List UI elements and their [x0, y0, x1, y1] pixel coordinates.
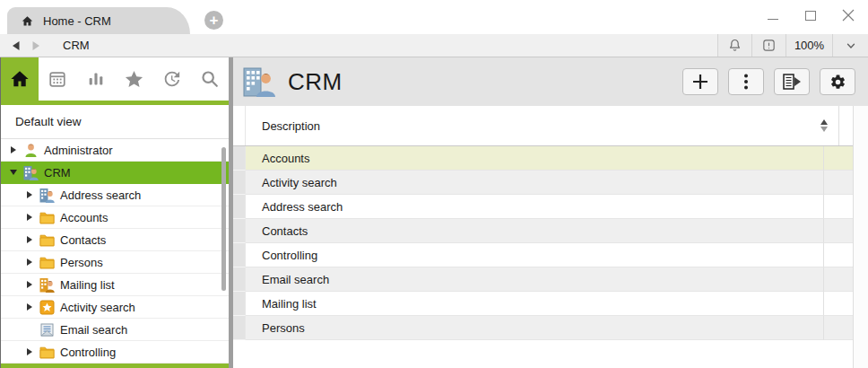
forward-button[interactable] [30, 39, 43, 52]
sidebar-tab-chart[interactable] [77, 57, 115, 101]
row-tail-cell [824, 171, 853, 195]
view-label: Default view [1, 105, 229, 139]
alerts-button[interactable] [751, 34, 786, 57]
content-area: Default view AdministratorCRMAddress sea… [0, 57, 868, 368]
history-icon [161, 69, 181, 89]
row-description-cell: Accounts [246, 146, 824, 171]
row-gutter [233, 292, 246, 316]
tree-item-label: Address search [60, 188, 141, 202]
add-button[interactable] [682, 68, 718, 95]
crm-icon [23, 165, 39, 180]
row-tail-cell [824, 195, 853, 219]
report-icon [783, 74, 802, 90]
table-rows: AccountsActivity searchAddress searchCon… [233, 146, 868, 340]
mailing-list-icon [39, 277, 55, 293]
new-tab-button[interactable]: + [204, 11, 223, 30]
tree-item-accounts[interactable]: Accounts [1, 206, 229, 229]
back-button[interactable] [11, 39, 23, 52]
tab-title: Home - CRM [43, 14, 111, 28]
row-description-cell: Activity search [246, 171, 824, 195]
plus-icon: + [210, 13, 219, 28]
search-icon [200, 69, 220, 89]
alert-icon [761, 38, 777, 53]
tree-item-address-search[interactable]: Address search [1, 184, 229, 206]
tree-item-label: CRM [44, 166, 71, 180]
window-controls [766, 4, 855, 27]
expand-arrow-icon[interactable] [24, 236, 34, 243]
tree-item-label: Email search [60, 323, 127, 337]
sort-icon[interactable] [820, 119, 828, 132]
tree-item-activity-search[interactable]: Activity search [1, 296, 229, 319]
sidebar-tab-home[interactable] [1, 57, 39, 101]
bell-icon [727, 38, 742, 53]
notifications-button[interactable] [717, 34, 751, 57]
expand-arrow-icon[interactable] [24, 303, 34, 311]
app-window: Home - CRM + CRM [0, 0, 868, 368]
table-row-controlling[interactable]: Controlling [233, 243, 868, 267]
tree-item-controlling[interactable]: Controlling [1, 341, 229, 364]
sidebar-tab-calendar[interactable] [39, 57, 76, 101]
sidebar: Default view AdministratorCRMAddress sea… [1, 57, 229, 368]
folder-icon [39, 210, 55, 225]
table-scrollbar-track[interactable] [853, 106, 868, 368]
close-icon [842, 9, 855, 22]
minimize-button[interactable] [766, 8, 780, 22]
row-tail-cell [824, 146, 853, 171]
sidebar-scrollbar[interactable] [221, 147, 226, 291]
maximize-icon [805, 11, 816, 21]
close-button[interactable] [841, 8, 855, 22]
settings-button[interactable] [820, 68, 855, 95]
tree-item-persons[interactable]: Persons [1, 251, 229, 274]
table-row-persons[interactable]: Persons [233, 316, 868, 340]
column-header-description[interactable]: Description [246, 106, 839, 145]
tree-item-label: Controlling [60, 346, 116, 359]
sidebar-tab-search[interactable] [191, 57, 229, 101]
expand-arrow-icon[interactable] [8, 170, 18, 175]
row-gutter [233, 171, 246, 195]
zoom-menu-button[interactable] [832, 34, 868, 57]
table-row-mailing-list[interactable]: Mailing list [233, 292, 868, 316]
table-row-accounts[interactable]: Accounts [233, 146, 868, 171]
row-gutter [233, 243, 246, 267]
expand-arrow-icon[interactable] [24, 191, 34, 198]
zoom-level[interactable]: 100% [786, 34, 832, 57]
row-gutter [233, 316, 246, 340]
tree-item-mailing-list[interactable]: Mailing list [1, 274, 229, 296]
navigation-tree: AdministratorCRMAddress searchAccountsCo… [1, 139, 229, 364]
tree-item-label: Accounts [60, 211, 108, 224]
expand-arrow-icon[interactable] [24, 214, 34, 221]
tree-item-crm[interactable]: CRM [1, 162, 229, 184]
table-row-contacts[interactable]: Contacts [233, 219, 868, 243]
maximize-button[interactable] [803, 8, 818, 22]
table-gutter-header [233, 106, 246, 145]
tab-bar: Home - CRM + [0, 0, 868, 34]
column-label: Description [262, 119, 320, 133]
browser-tab-home[interactable]: Home - CRM [7, 7, 190, 34]
table-row-activity-search[interactable]: Activity search [233, 171, 868, 195]
gear-icon [829, 74, 846, 91]
sidebar-tab-star[interactable] [115, 57, 152, 101]
row-tail-cell [824, 316, 853, 340]
tree-item-contacts[interactable]: Contacts [1, 229, 229, 251]
expand-arrow-icon[interactable] [24, 258, 34, 266]
row-description-cell: Persons [246, 316, 824, 340]
row-tail-cell [824, 292, 853, 316]
report-button[interactable] [774, 68, 810, 95]
table-row-email-search[interactable]: Email search [233, 267, 868, 292]
expand-arrow-icon[interactable] [8, 146, 18, 153]
table-row-address-search[interactable]: Address search [233, 195, 868, 219]
items-table: Description AccountsActivity searchAddre… [233, 106, 868, 368]
row-description-cell: Address search [246, 195, 824, 219]
expand-arrow-icon[interactable] [24, 348, 34, 355]
tree-item-email-search[interactable]: Email search [1, 319, 229, 341]
sidebar-tab-history[interactable] [152, 57, 190, 101]
kebab-icon [743, 74, 749, 90]
expand-arrow-icon[interactable] [24, 281, 34, 288]
table-header: Description [233, 106, 868, 146]
email-search-icon [39, 322, 55, 337]
more-button[interactable] [728, 68, 764, 95]
sidebar-icon-toolbar [1, 57, 229, 101]
tree-item-administrator[interactable]: Administrator [1, 139, 229, 162]
chevron-down-icon [845, 39, 857, 52]
plus-icon [692, 74, 708, 90]
